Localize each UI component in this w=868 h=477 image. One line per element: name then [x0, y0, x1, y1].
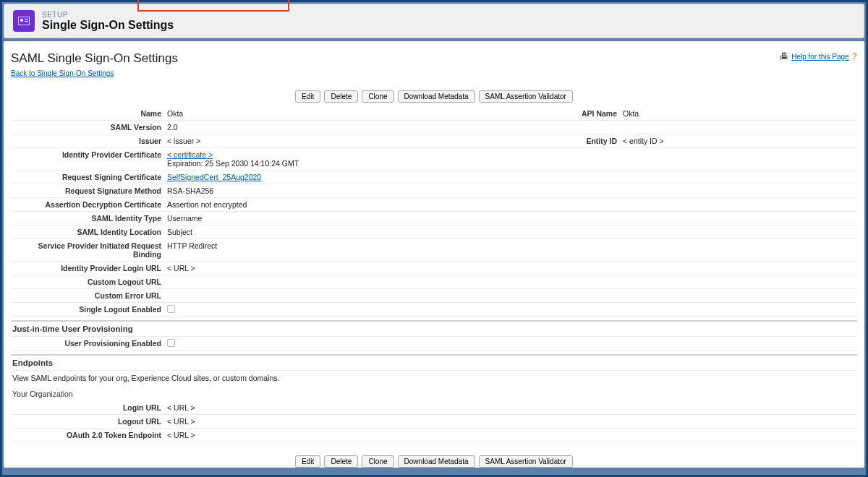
button-row-top: Edit Delete Clone Download Metadata SAML…: [11, 90, 857, 103]
value-saml-id-type: Username: [164, 212, 857, 225]
sso-header-icon: [13, 10, 35, 32]
value-issuer: < issuer >: [164, 134, 555, 148]
label-idp-cert: Identity Provider Certificate: [11, 148, 164, 171]
endpoints-description: View SAML endpoints for your org, Experi…: [11, 371, 857, 385]
value-api-name: Okta: [620, 107, 857, 121]
label-req-sig-method: Request Signature Method: [11, 184, 164, 198]
setup-header: SETUP Single Sign-On Settings: [4, 4, 864, 38]
help-icon[interactable]: ?: [852, 51, 857, 61]
value-req-sig-method: RSA-SHA256: [164, 184, 857, 198]
back-link[interactable]: Back to Single Sign-On Settings: [11, 69, 114, 77]
value-saml-id-loc: Subject: [164, 225, 857, 239]
value-req-sign-cert[interactable]: SelfSignedCert_25Aug2020: [167, 173, 261, 181]
label-assert-decrypt: Assertion Decryption Certificate: [11, 198, 164, 212]
content-panel: SAML Single Sign-On Settings Back to Sin…: [4, 41, 864, 468]
value-custom-error: [164, 289, 857, 303]
label-saml-version: SAML Version: [11, 121, 164, 134]
value-idp-cert-link[interactable]: < certificate >: [167, 150, 213, 159]
value-idp-cert-exp: Expiration: 25 Sep 2030 14:10:24 GMT: [167, 159, 299, 168]
label-single-logout: Single Logout Enabled: [11, 303, 164, 317]
svg-rect-3: [25, 21, 28, 22]
label-name: Name: [11, 107, 164, 121]
value-saml-version: 2.0: [164, 121, 857, 134]
label-saml-id-type: SAML Identity Type: [11, 212, 164, 225]
button-row-bottom: Edit Delete Clone Download Metadata SAML…: [11, 455, 857, 468]
value-name: Okta: [164, 107, 555, 121]
edit-button[interactable]: Edit: [295, 90, 320, 103]
value-assert-decrypt: Assertion not encrypted: [164, 198, 857, 212]
help-link[interactable]: Help for this Page: [791, 53, 849, 61]
label-req-sign-cert: Request Signing Certificate: [11, 171, 164, 184]
value-logout-url: < URL >: [164, 415, 857, 429]
value-oauth-ep: < URL >: [164, 429, 857, 442]
svg-rect-2: [25, 19, 28, 20]
your-org-heading: Your Organization: [11, 385, 857, 400]
endpoints-heading: Endpoints: [11, 354, 857, 371]
saml-validator-button[interactable]: SAML Assertion Validator: [479, 90, 573, 103]
setup-title: Single Sign-On Settings: [42, 19, 174, 32]
download-metadata-button-2[interactable]: Download Metadata: [398, 455, 475, 468]
svg-point-1: [20, 19, 23, 22]
label-login-url: Login URL: [11, 401, 164, 415]
value-sp-binding: HTTP Redirect: [164, 239, 857, 262]
print-icon[interactable]: 🖶: [780, 51, 788, 61]
value-idp-login-url: < URL >: [164, 262, 857, 275]
value-custom-logout: [164, 275, 857, 289]
saml-validator-button-2[interactable]: SAML Assertion Validator: [479, 455, 573, 468]
label-custom-logout: Custom Logout URL: [11, 275, 164, 289]
checkbox-jit-enabled: [167, 339, 175, 347]
checkbox-single-logout: [167, 305, 175, 313]
label-jit-enabled: User Provisioning Enabled: [11, 337, 164, 351]
setup-eyebrow: SETUP: [42, 11, 174, 19]
label-logout-url: Logout URL: [11, 415, 164, 429]
label-oauth-ep: OAuth 2.0 Token Endpoint: [11, 429, 164, 442]
edit-button-2[interactable]: Edit: [295, 455, 320, 468]
download-metadata-button[interactable]: Download Metadata: [398, 90, 475, 103]
page-title: SAML Single Sign-On Settings: [11, 51, 178, 66]
label-saml-id-loc: SAML Identity Location: [11, 225, 164, 239]
jit-heading: Just-in-time User Provisioning: [11, 320, 857, 337]
label-api-name: API Name: [555, 107, 620, 121]
delete-button[interactable]: Delete: [324, 90, 358, 103]
value-login-url: < URL >: [164, 401, 857, 415]
delete-button-2[interactable]: Delete: [324, 455, 358, 468]
label-custom-error: Custom Error URL: [11, 289, 164, 303]
label-issuer: Issuer: [11, 134, 164, 148]
value-entity-id: < entity ID >: [620, 134, 857, 148]
label-sp-binding: Service Provider Initiated Request Bindi…: [11, 239, 164, 262]
settings-table: Name Okta API Name Okta SAML Version 2.0…: [11, 107, 857, 317]
label-idp-login-url: Identity Provider Login URL: [11, 262, 164, 275]
label-entity-id: Entity ID: [555, 134, 620, 148]
clone-button-2[interactable]: Clone: [362, 455, 393, 468]
clone-button[interactable]: Clone: [362, 90, 393, 103]
